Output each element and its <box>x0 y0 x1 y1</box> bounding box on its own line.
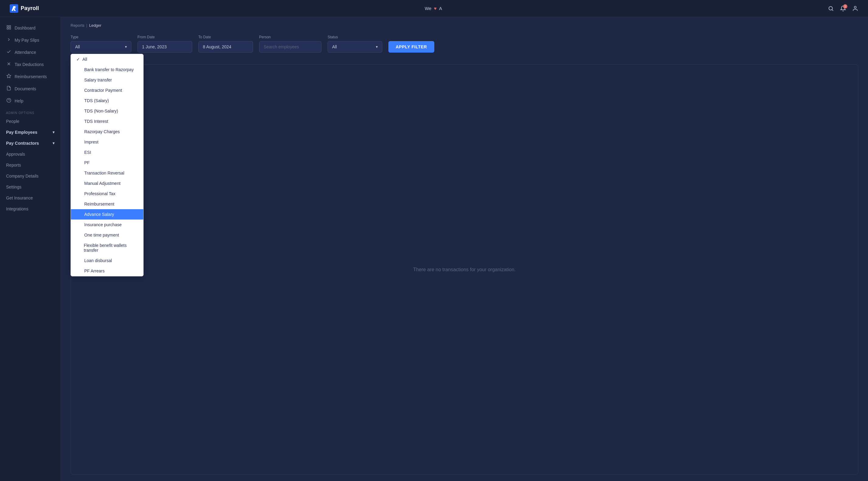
sidebar-item-dashboard[interactable]: Dashboard <box>0 22 61 34</box>
apply-filter-button[interactable]: APPLY FILTER <box>389 41 434 53</box>
dropdown-item-label-transaction-reversal: Transaction Reversal <box>84 170 124 175</box>
to-date-input[interactable]: 8 August, 2024 <box>198 41 253 53</box>
person-search-input[interactable] <box>259 41 321 53</box>
dropdown-item-label-insurance-purchase: Insurance purchase <box>84 222 122 227</box>
dropdown-item-tds-non-salary[interactable]: TDS (Non-Salary) <box>71 106 143 116</box>
dropdown-item-label-all: All <box>83 57 87 62</box>
search-button[interactable] <box>828 5 834 11</box>
sidebar-item-payemployees[interactable]: Pay Employees ▾ <box>0 127 61 138</box>
sidebar-item-people[interactable]: People <box>0 116 61 127</box>
to-date-filter-group: To Date 8 August, 2024 <box>198 35 253 53</box>
dropdown-item-label-tds-non-salary: TDS (Non-Salary) <box>84 108 118 114</box>
sidebar-item-companydetails[interactable]: Company Details <box>0 170 61 182</box>
sidebar-label-paycontractors: Pay Contractors <box>6 141 39 146</box>
to-date-label: To Date <box>198 35 253 39</box>
dropdown-item-all[interactable]: ✓All <box>71 54 143 64</box>
nav-center: We ♥ A <box>425 6 442 11</box>
dropdown-item-label-salary-transfer: Salary transfer <box>84 77 112 83</box>
dashboard-icon <box>6 25 11 31</box>
sidebar-item-reports[interactable]: Reports <box>0 160 61 170</box>
sidebar-item-documents[interactable]: Documents <box>0 83 61 95</box>
dropdown-item-insurance-purchase[interactable]: Insurance purchase <box>71 220 143 230</box>
empty-state: There are no transactions for your organ… <box>70 64 858 475</box>
person-label: Person <box>259 35 321 39</box>
chevron-down-icon: ▾ <box>53 130 55 134</box>
admin-options-label: ADMIN OPTIONS <box>0 107 61 116</box>
dropdown-item-salary-transfer[interactable]: Salary transfer <box>71 75 143 85</box>
sidebar-label-dashboard: Dashboard <box>14 26 36 30</box>
dropdown-item-label-bank-transfer: Bank transfer to Razorpay <box>84 67 134 72</box>
dropdown-item-tds-salary[interactable]: TDS (Salary) <box>71 95 143 106</box>
svg-rect-6 <box>7 28 8 29</box>
dropdown-item-label-one-time-payment: One time payment <box>84 233 119 237</box>
sidebar-item-taxdeductions[interactable]: Tax Deductions <box>0 58 61 70</box>
sidebar-item-attendance[interactable]: Attendance <box>0 46 61 58</box>
dropdown-item-label-tds-interest: TDS Interest <box>84 119 108 124</box>
status-filter-group: Status All ▾ <box>328 35 382 53</box>
type-select-button[interactable]: All ▾ <box>70 41 131 53</box>
dropdown-item-flexible-benefit[interactable]: Flexible benefit wallets transfer <box>71 240 143 255</box>
user-icon <box>852 5 858 11</box>
nav-right: 1 <box>828 5 858 11</box>
dropdown-item-label-reimbursement: Reimbursement <box>84 201 114 206</box>
sidebar-item-paycontractors[interactable]: Pay Contractors ▾ <box>0 138 61 149</box>
svg-marker-10 <box>7 74 11 78</box>
sidebar-label-reimbursements: Reimbursements <box>14 74 47 79</box>
sidebar-label-approvals: Approvals <box>6 152 25 157</box>
dropdown-item-label-contractor-payment: Contractor Payment <box>84 88 122 93</box>
sidebar-label-reports: Reports <box>6 163 21 167</box>
breadcrumb-reports[interactable]: Reports <box>70 23 85 28</box>
dropdown-item-loan-disbursal[interactable]: Loan disbursal <box>71 255 143 266</box>
nav-we: We <box>425 6 431 11</box>
reimbursements-icon <box>6 73 11 79</box>
dropdown-item-tds-interest[interactable]: TDS Interest <box>71 116 143 127</box>
from-date-input[interactable]: 1 June, 2023 <box>137 41 192 53</box>
sidebar-item-mypayslips[interactable]: My Pay Slips <box>0 34 61 46</box>
dropdown-item-transaction-reversal[interactable]: Transaction Reversal <box>71 168 143 178</box>
sidebar-item-integrations[interactable]: Integrations <box>0 203 61 214</box>
logo: Payroll <box>10 4 39 13</box>
dropdown-item-label-professional-tax: Professional Tax <box>84 191 115 196</box>
sidebar-item-help[interactable]: Help <box>0 95 61 107</box>
dropdown-item-professional-tax[interactable]: Professional Tax <box>71 189 143 199</box>
dropdown-item-esi[interactable]: ESI <box>71 147 143 158</box>
sidebar-item-approvals[interactable]: Approvals <box>0 149 61 160</box>
dropdown-item-manual-adjustment[interactable]: Manual Adjustment <box>71 178 143 189</box>
sidebar-label-help: Help <box>14 98 23 103</box>
svg-point-1 <box>829 6 832 10</box>
profile-button[interactable] <box>852 5 858 11</box>
to-date-value: 8 August, 2024 <box>203 44 231 49</box>
dropdown-item-pf[interactable]: PF <box>71 158 143 168</box>
chevron-down-icon-2: ▾ <box>53 141 55 145</box>
status-select[interactable]: All ▾ <box>328 41 382 53</box>
taxdeductions-icon <box>6 61 11 67</box>
dropdown-item-label-razorpay-charges: Razorpay Charges <box>84 129 120 134</box>
dropdown-item-label-loan-disbursal: Loan disbursal <box>84 258 112 263</box>
dropdown-item-advance-salary[interactable]: Advance Salary <box>71 209 143 220</box>
svg-rect-5 <box>9 26 11 27</box>
sidebar-item-getinsurance[interactable]: Get Insurance <box>0 192 61 203</box>
search-icon <box>828 5 834 11</box>
dropdown-item-label-imprest: Imprest <box>84 139 98 145</box>
dropdown-item-bank-transfer[interactable]: Bank transfer to Razorpay <box>71 64 143 75</box>
dropdown-item-imprest[interactable]: Imprest <box>71 137 143 147</box>
check-icon: ✓ <box>76 57 80 62</box>
dropdown-item-reimbursement[interactable]: Reimbursement <box>71 199 143 209</box>
dropdown-item-contractor-payment[interactable]: Contractor Payment <box>71 85 143 95</box>
main-content: Reports | Ledger Type All ▾ ✓AllBank tra… <box>61 17 868 481</box>
notification-button[interactable]: 1 <box>840 5 846 11</box>
dropdown-item-one-time-payment[interactable]: One time payment <box>71 230 143 240</box>
status-label: Status <box>328 35 382 39</box>
dropdown-item-pf-arrears[interactable]: PF Arrears <box>71 266 143 276</box>
from-date-value: 1 June, 2023 <box>142 44 167 49</box>
dropdown-item-label-flexible-benefit: Flexible benefit wallets transfer <box>84 243 138 253</box>
documents-icon <box>6 86 11 92</box>
app-layout: Dashboard My Pay Slips Attendance Tax De… <box>0 17 868 481</box>
sidebar-label-mypayslips: My Pay Slips <box>14 38 39 42</box>
sidebar: Dashboard My Pay Slips Attendance Tax De… <box>0 17 61 481</box>
sidebar-item-settings[interactable]: Settings <box>0 182 61 192</box>
dropdown-item-razorpay-charges[interactable]: Razorpay Charges <box>71 127 143 137</box>
dropdown-item-label-esi: ESI <box>84 150 91 155</box>
empty-state-message: There are no transactions for your organ… <box>413 267 516 272</box>
sidebar-item-reimbursements[interactable]: Reimbursements <box>0 70 61 83</box>
